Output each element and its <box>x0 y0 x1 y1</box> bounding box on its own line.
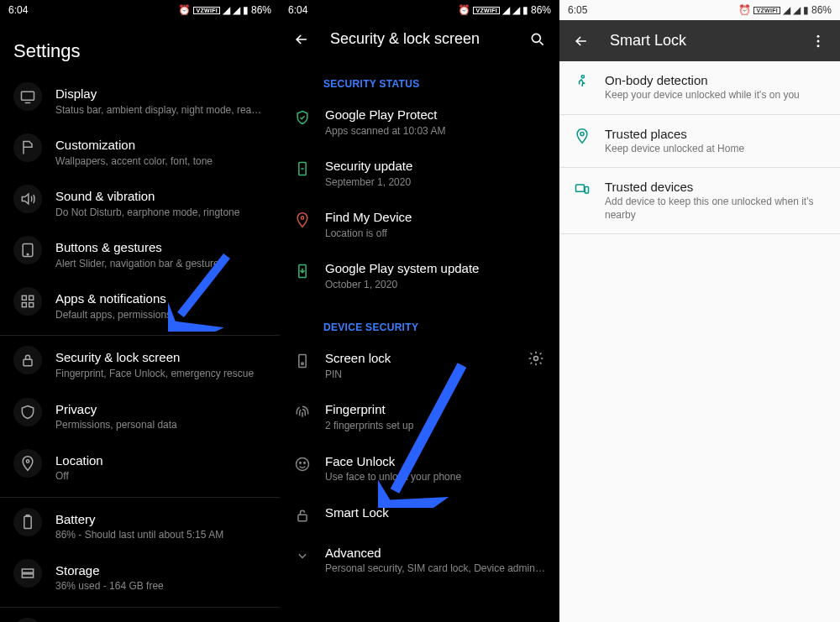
alarm-icon: ⏰ <box>458 4 470 16</box>
face-icon <box>293 455 312 473</box>
settings-item-gestures[interactable]: Buttons & gesturesAlert Slider, navigati… <box>0 229 280 280</box>
status-time: 6:04 <box>8 4 28 16</box>
item-text: LocationOff <box>55 452 266 483</box>
page-title: Smart Lock <box>610 32 790 50</box>
svg-rect-5 <box>22 303 26 307</box>
security-item-find-red[interactable]: Find My DeviceLocation is off <box>280 199 559 250</box>
item-text: Trusted placesKeep device unlocked at Ho… <box>605 127 827 156</box>
svg-point-20 <box>302 363 304 365</box>
item-text: Google Play ProtectApps scanned at 10:03… <box>325 107 546 138</box>
signal-icon: ◢ <box>793 4 801 16</box>
back-button[interactable] <box>573 33 590 50</box>
overflow-button[interactable] <box>810 33 827 50</box>
lock-icon <box>13 346 42 374</box>
settings-item-cloud[interactable]: Cloud ServiceSync data with cloud <box>0 611 280 622</box>
svg-rect-25 <box>298 515 307 521</box>
svg-rect-12 <box>22 574 33 578</box>
battery-pct: 86% <box>811 4 832 16</box>
svg-rect-32 <box>576 185 585 191</box>
item-title: Security update <box>325 158 546 175</box>
battery-icon <box>13 508 42 536</box>
devices-icon <box>573 180 591 198</box>
wifi-icon: ◢ <box>223 4 230 16</box>
item-title: Sound & vibration <box>55 188 266 205</box>
svg-point-30 <box>581 76 584 78</box>
settings-item-privacy[interactable]: PrivacyPermissions, personal data <box>0 391 280 442</box>
item-subtitle: 86% - Should last until about 5:15 AM <box>55 529 266 542</box>
back-button[interactable] <box>293 31 310 48</box>
annotation-arrow <box>378 357 470 508</box>
security-item-update-green[interactable]: Security updateSeptember 1, 2020 <box>280 148 559 199</box>
settings-item-storage[interactable]: Storage36% used - 164 GB free <box>0 552 280 604</box>
customization-icon <box>13 133 42 162</box>
item-text: On-body detectionKeep your device unlock… <box>605 73 827 102</box>
item-text: PrivacyPermissions, personal data <box>55 401 266 432</box>
svg-rect-7 <box>24 360 32 367</box>
section-label: SECURITY STATUS <box>280 58 559 97</box>
find-red-icon <box>293 211 312 229</box>
item-subtitle: Keep your device unlocked while it's on … <box>605 89 827 102</box>
item-text: Storage36% used - 164 GB free <box>55 562 266 593</box>
signal-icon: ◢ <box>512 4 520 16</box>
update-green-icon <box>293 159 312 178</box>
smartlock-item-walk[interactable]: On-body detectionKeep your device unlock… <box>559 61 840 115</box>
item-title: Find My Device <box>325 209 546 226</box>
battery-pct: 86% <box>251 4 271 16</box>
smartlock-list: On-body detectionKeep your device unlock… <box>559 61 840 234</box>
gear-button[interactable] <box>526 350 546 367</box>
item-text: AdvancedPersonal security, SIM card lock… <box>325 545 546 576</box>
svg-point-31 <box>580 132 584 135</box>
item-title: Display <box>55 86 266 102</box>
svg-point-15 <box>532 34 540 42</box>
security-item-shield-green[interactable]: Google Play ProtectApps scanned at 10:03… <box>280 97 559 148</box>
smartlock-item-place[interactable]: Trusted placesKeep device unlocked at Ho… <box>559 115 840 169</box>
settings-item-display[interactable]: DisplayStatus bar, ambient display, nigh… <box>0 76 280 127</box>
svg-point-22 <box>297 457 309 470</box>
battery-icon: ▮ <box>803 4 809 16</box>
search-button[interactable] <box>529 31 546 48</box>
status-icons: ⏰ VZWIFI ◢ ◢ ▮ 86% <box>178 4 271 16</box>
item-subtitle: Location is off <box>325 227 546 241</box>
signal-icon: ◢ <box>233 4 240 16</box>
item-subtitle: Off <box>55 470 266 483</box>
wifi-icon: ◢ <box>502 4 510 16</box>
settings-screen: 6:04 ⏰ VZWIFI ◢ ◢ ▮ 86% Settings Display… <box>0 0 280 622</box>
settings-item-location[interactable]: LocationOff <box>0 442 280 494</box>
item-title: Advanced <box>325 545 546 562</box>
display-icon <box>13 82 42 111</box>
svg-point-23 <box>300 462 302 463</box>
alarm-icon: ⏰ <box>738 4 751 16</box>
carrier-badge: VZWIFI <box>753 7 780 14</box>
settings-item-lock[interactable]: Security & lock screenFingerprint, Face … <box>0 339 280 390</box>
item-text: Find My DeviceLocation is off <box>325 209 546 240</box>
sound-icon <box>13 185 42 213</box>
settings-item-battery[interactable]: Battery86% - Should last until about 5:1… <box>0 501 280 552</box>
svg-point-8 <box>26 459 29 462</box>
settings-item-sound[interactable]: Sound & vibrationDo Not Disturb, earphon… <box>0 178 280 229</box>
settings-list[interactable]: DisplayStatus bar, ambient display, nigh… <box>0 76 280 622</box>
svg-rect-33 <box>585 187 588 194</box>
smartlock-item-devices[interactable]: Trusted devicesAdd device to keep this o… <box>559 168 840 234</box>
item-subtitle: Fingerprint, Face Unlock, emergency resc… <box>55 368 266 381</box>
apps-icon <box>13 287 42 316</box>
status-icons: ⏰ VZWIFI ◢ ◢ ▮ 86% <box>458 4 551 16</box>
walk-icon <box>573 73 591 91</box>
item-subtitle: Permissions, personal data <box>55 419 266 432</box>
item-text: Google Play system updateOctober 1, 2020 <box>325 260 546 291</box>
security-item-system-green[interactable]: Google Play system updateOctober 1, 2020 <box>280 250 559 301</box>
svg-line-14 <box>181 256 227 315</box>
security-item-expand[interactable]: AdvancedPersonal security, SIM card lock… <box>280 535 559 586</box>
svg-point-24 <box>304 462 306 463</box>
gestures-icon <box>13 236 42 264</box>
page-title: Settings <box>0 20 280 76</box>
item-subtitle: September 1, 2020 <box>325 176 546 190</box>
status-bar: 6:04 ⏰ VZWIFI ◢ ◢ ▮ 86% <box>0 0 280 20</box>
svg-point-17 <box>301 217 303 219</box>
item-subtitle: Add device to keep this one unlocked whe… <box>605 196 827 222</box>
battery-pct: 86% <box>531 4 551 16</box>
item-title: Battery <box>55 511 266 528</box>
header: Security & lock screen <box>280 20 559 58</box>
settings-item-customization[interactable]: CustomizationWallpapers, accent color, f… <box>0 127 280 178</box>
item-subtitle: Apps scanned at 10:03 AM <box>325 125 546 139</box>
settings-item-apps[interactable]: Apps & notificationsDefault apps, permis… <box>0 280 280 332</box>
